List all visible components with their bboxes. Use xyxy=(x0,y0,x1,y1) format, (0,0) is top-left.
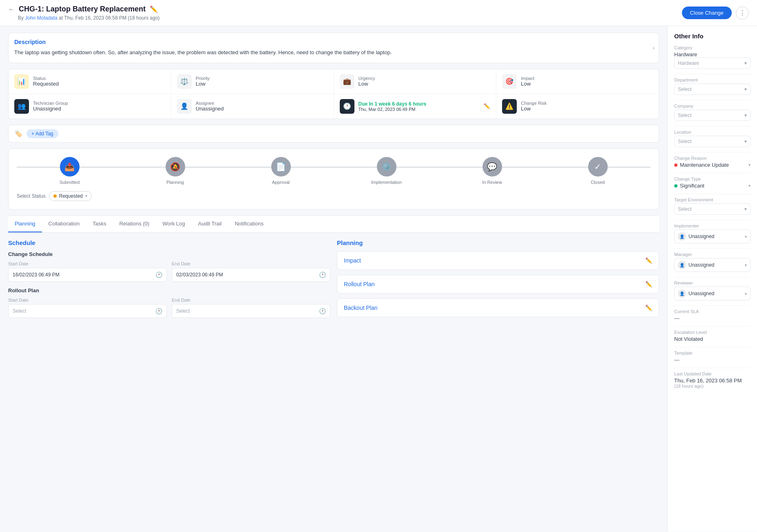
category-select[interactable]: Hardware ▾ xyxy=(674,57,750,69)
rollout-end-input[interactable]: Select 🕐 xyxy=(172,304,330,318)
company-select[interactable]: Select ▾ xyxy=(674,110,750,121)
pipeline-step-approval[interactable]: 📄 Approval xyxy=(228,157,334,185)
current-sla-value: --- xyxy=(674,315,750,321)
priority-cell[interactable]: ⚖️ Priority Low xyxy=(171,69,334,94)
impact-cell[interactable]: 🎯 Impact Low xyxy=(496,69,659,94)
status-dropdown[interactable]: Requested ▾ xyxy=(49,191,92,201)
page-title: CHG-1: Laptop Battery Replacement xyxy=(19,5,146,13)
change-reason-chevron-icon: ▾ xyxy=(748,163,750,167)
urgency-icon: 💼 xyxy=(340,74,354,89)
more-options-button[interactable]: ⋮ xyxy=(736,7,749,20)
category-sub-value: Hardware xyxy=(678,60,699,66)
due-date-cell[interactable]: 🕐 Due In 1 week 6 days 6 hours Thu, Mar … xyxy=(334,94,497,119)
location-chevron-icon: ▾ xyxy=(744,139,747,144)
implementer-chevron-icon: ▾ xyxy=(745,234,747,239)
change-start-date-value: 16/02/2023 06:49 PM xyxy=(13,272,60,278)
technician-group-cell[interactable]: 👥 Technician Group Unassigned xyxy=(9,94,171,119)
status-cell[interactable]: 📊 Status Requested xyxy=(9,69,171,94)
close-change-button[interactable]: Close Change xyxy=(682,7,732,19)
reviewer-value: Unassigned xyxy=(688,291,742,296)
pipeline-steps: 📤 Submitted 🔕 Planning 📄 Approval ⚙️ Imp… xyxy=(17,157,651,185)
change-type-chevron-icon: ▾ xyxy=(748,183,750,188)
status-value: Requested xyxy=(33,81,59,87)
implementer-value: Unassigned xyxy=(688,234,742,239)
category-field: Category Hardware Hardware ▾ xyxy=(674,45,750,69)
category-chevron-icon: ▾ xyxy=(744,60,747,66)
manager-label: Manager xyxy=(674,252,750,257)
closed-label: Closed xyxy=(591,180,604,185)
department-select[interactable]: Select ▾ xyxy=(674,84,750,95)
change-risk-cell[interactable]: ⚠️ Change Risk Low xyxy=(496,94,659,119)
rollout-end-label: End Date xyxy=(172,298,330,302)
tab-collaboration[interactable]: Collaboration xyxy=(42,216,86,232)
manager-value: Unassigned xyxy=(688,262,742,268)
pipeline-step-in-review[interactable]: 💬 In Review xyxy=(439,157,545,185)
last-updated-field: Last Updated Date Thu, Feb 16, 2023 06:5… xyxy=(674,371,750,389)
planning-section: Planning Impact ✏️ Rollout Plan ✏️ Backo… xyxy=(337,239,659,323)
info-row-2: 👥 Technician Group Unassigned 👤 Assignee… xyxy=(9,94,659,119)
reviewer-chevron-icon: ▾ xyxy=(745,291,747,296)
subtitle: By John Motadata at Thu, Feb 16, 2023 06… xyxy=(18,15,159,21)
tab-work-log[interactable]: Work Log xyxy=(156,216,191,232)
due-date-icon: 🕐 xyxy=(340,99,354,114)
last-updated-label: Last Updated Date xyxy=(674,371,750,376)
rollout-plan-card: Rollout Plan ✏️ xyxy=(337,275,659,294)
select-status-label: Select Status xyxy=(17,193,46,199)
tab-audit-trail[interactable]: Audit Trail xyxy=(192,216,228,232)
chevron-down-icon: ▾ xyxy=(85,194,87,198)
add-tag-button[interactable]: + Add Tag xyxy=(27,129,58,138)
escalation-field: Escalation Level Not Violated xyxy=(674,330,750,342)
urgency-cell[interactable]: 💼 Urgency Low xyxy=(334,69,497,94)
other-info-title: Other Info xyxy=(674,33,750,40)
assignee-cell[interactable]: 👤 Assignee Unassigned xyxy=(171,94,334,119)
impact-edit-icon[interactable]: ✏️ xyxy=(645,257,652,264)
tab-tasks[interactable]: Tasks xyxy=(86,216,113,232)
approval-label: Approval xyxy=(272,180,290,185)
rollout-end-placeholder: Select xyxy=(176,308,190,314)
rollout-dates-row: Start Date Select 🕐 End Date Select 🕐 xyxy=(8,298,330,318)
priority-icon: ⚖️ xyxy=(177,74,192,89)
expand-description-icon[interactable]: › xyxy=(653,44,655,51)
submitted-circle: 📤 xyxy=(60,157,80,177)
tab-planning[interactable]: Planning xyxy=(8,216,42,232)
back-arrow-icon[interactable]: ← xyxy=(8,6,15,13)
backout-edit-icon[interactable]: ✏️ xyxy=(645,305,652,311)
implementer-select[interactable]: 👤 Unassigned ▾ xyxy=(674,230,750,243)
change-reason-value: Maintenance Update xyxy=(680,162,729,168)
closed-circle: ✓ xyxy=(588,157,608,177)
backout-plan-card-title: Backout Plan xyxy=(344,305,378,311)
change-end-date-value: 02/03/2023 06:49 PM xyxy=(176,272,223,278)
tab-notifications[interactable]: Notifications xyxy=(228,216,270,232)
tag-row: 🏷️ + Add Tag xyxy=(8,125,659,143)
change-end-date-input[interactable]: 02/03/2023 06:49 PM 🕐 xyxy=(172,268,330,282)
rollout-edit-icon[interactable]: ✏️ xyxy=(645,281,652,287)
manager-select[interactable]: 👤 Unassigned ▾ xyxy=(674,258,750,272)
edit-title-icon[interactable]: ✏️ xyxy=(150,5,158,13)
location-select[interactable]: Select ▾ xyxy=(674,136,750,147)
tab-relations[interactable]: Relations (0) xyxy=(113,216,156,232)
pipeline-step-planning[interactable]: 🔕 Planning xyxy=(122,157,228,185)
pipeline-step-submitted[interactable]: 📤 Submitted xyxy=(17,157,122,185)
rollout-start-input[interactable]: Select 🕐 xyxy=(8,304,167,318)
urgency-label: Urgency xyxy=(359,76,375,81)
change-start-date-input[interactable]: 16/02/2023 06:49 PM 🕐 xyxy=(8,268,167,282)
author-link[interactable]: John Motadata xyxy=(25,15,57,21)
target-env-chevron-icon: ▾ xyxy=(744,206,747,212)
manager-field: Manager 👤 Unassigned ▾ xyxy=(674,252,750,272)
main-content: Description The laptop was getting shutd… xyxy=(0,26,667,532)
reviewer-select[interactable]: 👤 Unassigned ▾ xyxy=(674,287,750,300)
implementer-avatar: 👤 xyxy=(678,232,686,241)
assignee-value: Unassigned xyxy=(196,106,224,112)
target-env-select[interactable]: Select ▾ xyxy=(674,203,750,215)
description-label: Description xyxy=(14,39,653,45)
pipeline-step-implementation[interactable]: ⚙️ Implementation xyxy=(334,157,439,185)
template-label: Template xyxy=(674,351,750,355)
change-type-value: Significant xyxy=(680,183,704,189)
rollout-end-group: End Date Select 🕐 xyxy=(172,298,330,318)
change-end-date-group: End Date 02/03/2023 06:49 PM 🕐 xyxy=(172,261,330,282)
header-right: Close Change ⋮ xyxy=(682,7,749,20)
company-placeholder: Select xyxy=(678,113,691,118)
pipeline-step-closed[interactable]: ✓ Closed xyxy=(545,157,651,185)
due-date-edit-icon[interactable]: ✏️ xyxy=(484,103,490,109)
clock-icon-rollout-start: 🕐 xyxy=(155,308,162,314)
